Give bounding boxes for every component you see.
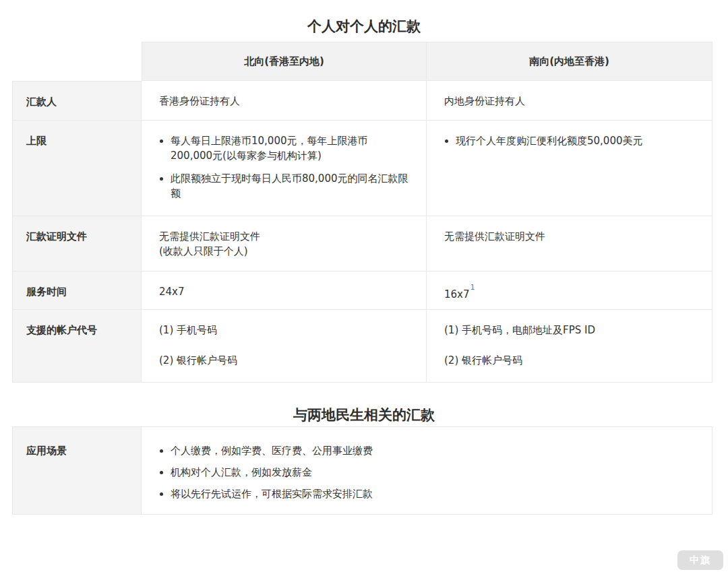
cell-account-ids-north: (1) 手机号码 (2) 银行帐户号码 <box>142 310 427 383</box>
row-label-proof: 汇款证明文件 <box>12 216 142 271</box>
account-ids-north-item2: (2) 银行帐户号码 <box>159 353 408 368</box>
column-header-northbound: 北向(香港至内地) <box>142 42 427 81</box>
row-label-use-cases: 应用场景 <box>12 426 142 515</box>
bullet-item: 个人缴费，例如学费、医疗费、公用事业缴费 <box>171 443 694 458</box>
bullet-item: 将以先行先试运作，可根据实际需求安排汇款 <box>171 486 694 501</box>
limit-south-bullet-list: 现行个人年度购汇便利化额度50,000美元 <box>444 133 694 148</box>
cell-limit-north: 每人每日上限港币10,000元，每年上限港币200,000元(以每家参与机构计算… <box>142 121 427 216</box>
row-label-service-hours: 服务时间 <box>12 271 142 310</box>
bullet-item: 机构对个人汇款，例如发放薪金 <box>171 465 694 480</box>
cell-proof-south: 无需提供汇款证明文件 <box>427 216 712 271</box>
proof-north-line1: 无需提供汇款证明文件 <box>159 229 408 244</box>
row-label-account-ids: 支援的帐户代号 <box>12 310 142 383</box>
bullet-item: 每人每日上限港币10,000元，每年上限港币200,000元(以每家参与机构计算… <box>171 133 408 163</box>
table-corner-spacer <box>12 42 142 81</box>
footnote-1-link[interactable]: 1 <box>471 283 475 292</box>
cell-use-cases: 个人缴费，例如学费、医疗费、公用事业缴费 机构对个人汇款，例如发放薪金 将以先行… <box>142 426 712 515</box>
cell-remitter-north: 香港身份证持有人 <box>142 81 427 121</box>
service-hours-south-value: 16x7 <box>444 288 470 300</box>
section1-title: 个人对个人的汇款 <box>0 18 728 35</box>
proof-north-line2: (收款人只限于个人) <box>159 244 408 259</box>
cell-remitter-south: 内地身份证持有人 <box>427 81 712 121</box>
use-cases-bullet-list: 个人缴费，例如学费、医疗费、公用事业缴费 机构对个人汇款，例如发放薪金 将以先行… <box>159 443 694 501</box>
p2p-remittance-table: 北向(香港至内地) 南向(内地至香港) 汇款人 香港身份证持有人 内地身份证持有… <box>12 42 712 383</box>
cell-service-hours-south: 16x71 <box>427 271 712 310</box>
cell-account-ids-south: (1) 手机号码，电邮地址及FPS ID (2) 银行帐户号码 <box>427 310 712 383</box>
row-label-limit: 上限 <box>12 121 142 216</box>
limit-north-bullet-list: 每人每日上限港币10,000元，每年上限港币200,000元(以每家参与机构计算… <box>159 133 408 201</box>
account-ids-south-item1: (1) 手机号码，电邮地址及FPS ID <box>444 323 694 338</box>
cell-proof-north: 无需提供汇款证明文件 (收款人只限于个人) <box>142 216 427 271</box>
column-header-southbound: 南向(内地至香港) <box>427 42 712 81</box>
row-label-remitter: 汇款人 <box>12 81 142 121</box>
cell-limit-south: 现行个人年度购汇便利化额度50,000美元 <box>427 121 712 216</box>
livelihood-remittance-table: 应用场景 个人缴费，例如学费、医疗费、公用事业缴费 机构对个人汇款，例如发放薪金… <box>12 426 712 515</box>
account-ids-north-item1: (1) 手机号码 <box>159 323 408 338</box>
watermark-badge: 中旗 <box>677 550 723 570</box>
account-ids-south-item2: (2) 银行帐户号码 <box>444 353 694 368</box>
bullet-item: 现行个人年度购汇便利化额度50,000美元 <box>456 133 694 148</box>
cell-service-hours-north: 24x7 <box>142 271 427 310</box>
section2-title: 与两地民生相关的汇款 <box>0 406 728 424</box>
bullet-item: 此限额独立于现时每日人民币80,000元的同名汇款限额 <box>171 171 408 201</box>
